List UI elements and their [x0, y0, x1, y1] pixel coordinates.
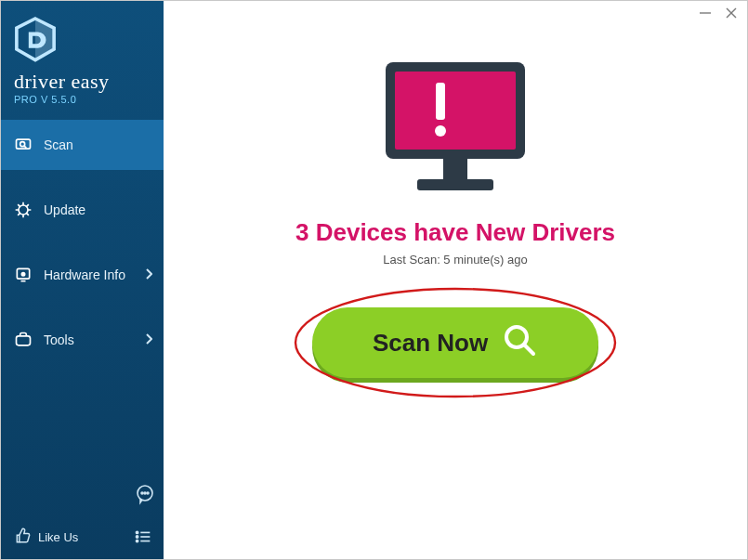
- svg-point-19: [136, 536, 138, 538]
- svg-rect-12: [17, 336, 31, 345]
- app-window: driver easy PRO V 5.5.0 Scan: [0, 0, 748, 560]
- update-icon: [14, 201, 33, 219]
- svg-point-17: [136, 531, 138, 533]
- sidebar-nav: Scan Update: [1, 120, 164, 365]
- sidebar-item-tools[interactable]: Tools: [1, 315, 164, 365]
- sidebar-footer: Like Us: [1, 518, 164, 559]
- sidebar-item-hardware-info[interactable]: Hardware Info: [1, 250, 164, 300]
- window-controls: [699, 7, 738, 22]
- alert-monitor-illustration: [376, 55, 534, 202]
- menu-icon[interactable]: [132, 526, 154, 548]
- sidebar-item-scan[interactable]: Scan: [1, 120, 164, 170]
- main-panel: 3 Devices have New Drivers Last Scan: 5 …: [164, 1, 747, 559]
- sidebar: driver easy PRO V 5.5.0 Scan: [1, 1, 164, 559]
- svg-line-7: [24, 146, 27, 149]
- chevron-right-icon: [145, 333, 152, 347]
- svg-point-21: [136, 540, 138, 541]
- svg-point-15: [144, 492, 146, 494]
- tools-icon: [14, 331, 33, 349]
- thumbs-up-icon[interactable]: [14, 527, 33, 548]
- svg-point-16: [147, 492, 149, 494]
- scan-now-button[interactable]: Scan Now: [312, 307, 598, 378]
- brand-block: driver easy PRO V 5.5.0: [1, 1, 164, 114]
- svg-point-14: [141, 492, 143, 494]
- sidebar-item-label: Tools: [44, 332, 74, 347]
- sidebar-item-label: Hardware Info: [44, 267, 125, 282]
- chat-icon[interactable]: [134, 483, 156, 509]
- svg-rect-5: [17, 139, 31, 149]
- brand-version: PRO V 5.5.0: [14, 94, 152, 105]
- brand-logo-icon: [14, 16, 57, 64]
- svg-line-31: [524, 345, 533, 354]
- svg-rect-27: [443, 159, 467, 179]
- drivers-headline: 3 Devices have New Drivers: [295, 218, 615, 247]
- brand-name: driver easy: [14, 72, 152, 92]
- svg-rect-25: [436, 83, 445, 120]
- last-scan-text: Last Scan: 5 minute(s) ago: [383, 253, 527, 267]
- svg-point-26: [435, 125, 446, 137]
- sidebar-item-update[interactable]: Update: [1, 185, 164, 235]
- sidebar-item-label: Update: [44, 202, 85, 217]
- chevron-right-icon: [145, 268, 152, 282]
- scan-now-label: Scan Now: [373, 329, 488, 358]
- like-us-label[interactable]: Like Us: [38, 530, 78, 544]
- hardware-info-icon: [14, 266, 33, 284]
- minimize-button[interactable]: [699, 7, 712, 22]
- scan-button-region: Scan Now: [297, 293, 613, 393]
- svg-rect-24: [395, 72, 516, 150]
- scan-icon: [14, 136, 33, 154]
- close-button[interactable]: [725, 7, 738, 22]
- svg-rect-28: [417, 179, 493, 190]
- svg-point-10: [21, 273, 24, 276]
- search-icon: [501, 321, 538, 365]
- sidebar-item-label: Scan: [44, 137, 73, 152]
